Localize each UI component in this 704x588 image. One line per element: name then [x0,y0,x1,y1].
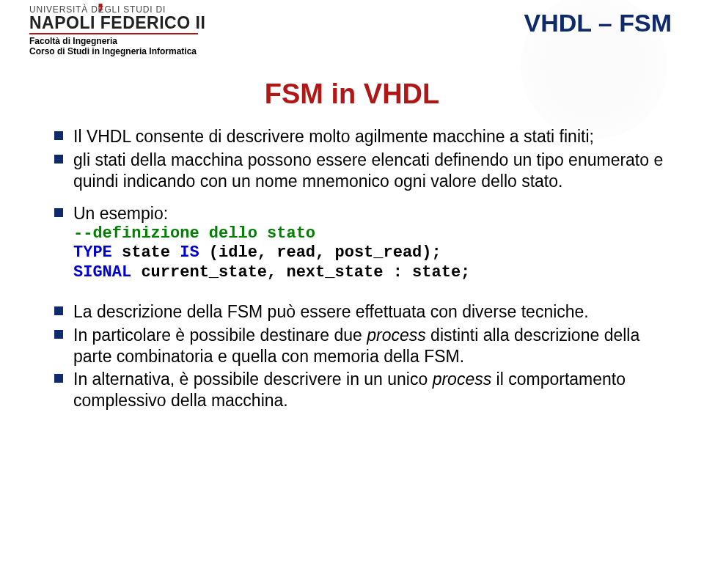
code-txt-signal: current_state, next_state : state; [141,263,470,282]
example-bullet: Un esempio: --definizione dello stato TY… [54,203,675,282]
closing-b2a: In particolare è possibile destinare due [73,326,367,345]
university-line2: NAPOLI FEDERICO II [29,15,205,32]
code-kw-signal: SIGNAL [73,263,141,282]
section-title: VHDL – FSM [524,4,675,37]
code-txt-type: state [122,243,180,262]
intro-bullet-2: gli stati della macchina possono essere … [54,150,675,192]
university-separator [29,33,198,34]
code-comment: --definizione dello stato [73,224,315,243]
closing-bullet-2: In particolare è possibile destinare due… [54,325,675,367]
closing-bullet-3: In alternativa, è possibile descrivere i… [54,369,675,411]
code-line-signal: SIGNAL current_state, next_state : state… [73,263,675,282]
university-block: ’ UNIVERSITÀ DEGLI STUDI DI NAPOLI FEDER… [29,4,205,56]
code-line-comment: --definizione dello stato [73,224,675,243]
header-row: ’ UNIVERSITÀ DEGLI STUDI DI NAPOLI FEDER… [29,4,675,56]
faculty-label: Facoltà di Ingegneria [29,36,205,46]
closing-b3a: In alternativa, è possibile descrivere i… [73,370,433,389]
page-title: FSM in VHDL [29,78,675,110]
course-label: Corso di Studi in Ingegneria Informatica [29,46,205,56]
code-line-type: TYPE state IS (idle, read, post_read); [73,243,675,262]
closing-list: La descrizione della FSM può essere effe… [29,301,675,411]
intro-bullet-1: Il VHDL consente di descrivere molto agi… [54,126,675,147]
slide-content: ’ UNIVERSITÀ DEGLI STUDI DI NAPOLI FEDER… [0,0,704,588]
example-list: Un esempio: --definizione dello stato TY… [29,203,675,282]
closing-b2-process: process [367,326,426,345]
code-kw-is: IS [180,243,209,262]
apostrophe-glyph: ’ [97,0,104,29]
closing-bullet-1: La descrizione della FSM può essere effe… [54,301,675,323]
code-block: --definizione dello stato TYPE state IS … [73,224,675,282]
code-kw-type: TYPE [73,243,122,262]
example-label: Un esempio: [73,204,168,223]
code-txt-enum: (idle, read, post_read); [209,243,441,262]
closing-b3-process: process [433,370,492,389]
intro-list: Il VHDL consente di descrivere molto agi… [29,126,675,191]
